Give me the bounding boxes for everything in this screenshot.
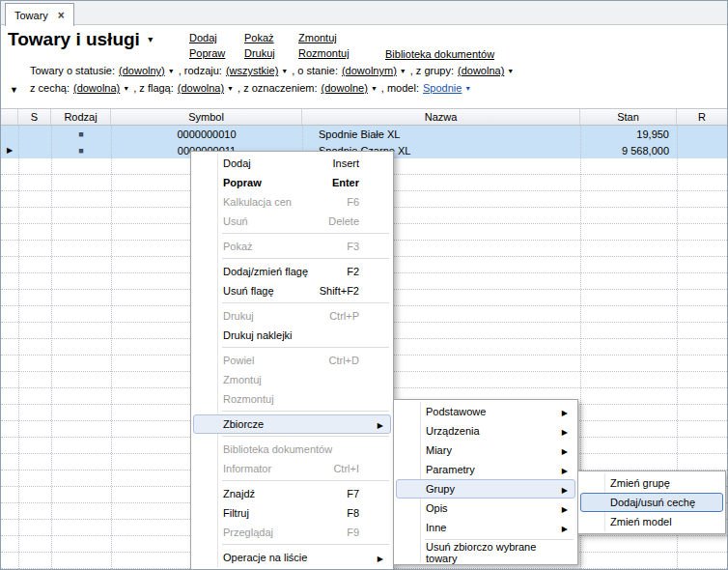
link-drukuj[interactable]: Drukuj: [244, 47, 275, 59]
tab-close-icon[interactable]: ×: [58, 11, 65, 20]
column-header-nazwa[interactable]: Nazwa: [302, 109, 580, 125]
submenu-arrow-icon: ▶: [562, 525, 568, 533]
filter-grupa-value[interactable]: (dowolna): [458, 65, 504, 76]
row-marker-cell: [1, 126, 18, 142]
filter-label-oznaczenie: , z oznaczeniem:: [238, 82, 318, 94]
menu-item-podstawowe[interactable]: Podstawowe▶: [396, 402, 575, 421]
cell-stan: 19,950: [580, 126, 677, 142]
menu-separator: [222, 436, 389, 437]
menu-item-rozmontuj: Rozmontuj: [193, 389, 391, 409]
filter-stan-value[interactable]: (dowolnym): [342, 65, 397, 76]
submenu-arrow-icon: ▶: [562, 486, 568, 495]
column-header-stan[interactable]: Stan: [580, 109, 677, 125]
menu-separator: [222, 411, 389, 412]
item-type-icon: ■: [78, 146, 83, 156]
menu-item-urzadzenia[interactable]: Urządzenia▶: [396, 421, 575, 441]
filter-rodzaj-value[interactable]: (wszystkie): [226, 65, 278, 76]
link-column-4: Biblioteka dokumentów: [385, 48, 494, 60]
filter-label-stan: , o stanie:: [292, 65, 338, 76]
menu-item-miary[interactable]: Miary▶: [396, 441, 575, 460]
item-type-icon: ■: [78, 129, 83, 139]
filter-label-grupa: , z grupy:: [410, 65, 454, 76]
menu-item-inne[interactable]: Inne▶: [396, 518, 575, 537]
link-pokaz[interactable]: Pokaż: [244, 32, 275, 43]
link-popraw[interactable]: Popraw: [189, 47, 225, 59]
context-menu: DodajInsert PoprawEnter Kalkulacja cenF6…: [190, 151, 394, 570]
link-column-3: Zmontuj Rozmontuj: [298, 32, 350, 59]
submenu-arrow-icon: ▶: [562, 505, 568, 514]
filter-flaga-value[interactable]: (dowolna): [178, 82, 224, 94]
link-zmontuj[interactable]: Zmontuj: [298, 32, 350, 43]
dropdown-arrow-icon[interactable]: ▼: [371, 85, 378, 92]
toolbar: Towary i usługi ▾ Dodaj Popraw Pokaż Dru…: [1, 26, 727, 61]
link-rozmontuj[interactable]: Rozmontuj: [298, 47, 350, 59]
dropdown-arrow-icon[interactable]: ▼: [281, 68, 288, 74]
menu-item-zbiorcze[interactable]: Zbiorcze▶: [193, 414, 391, 434]
dropdown-arrow-icon[interactable]: ▼: [227, 85, 234, 92]
filter-label-status: Towary o statusie:: [30, 65, 115, 76]
column-header-s[interactable]: S: [18, 109, 51, 125]
cell-r: [677, 126, 727, 142]
filter-label-rodzaj: , rodzaju:: [179, 65, 222, 76]
menu-item-zmien-model[interactable]: Zmień model: [580, 512, 723, 531]
tab-towary[interactable]: Towary ×: [5, 3, 74, 26]
submenu-arrow-icon: ▶: [378, 555, 383, 563]
menu-item-usun-zbiorczo[interactable]: Usuń zbiorczo wybrane towary: [396, 543, 575, 562]
menu-item-przegladaj: PrzeglądajF9: [193, 523, 391, 542]
dropdown-arrow-icon[interactable]: ▼: [168, 68, 175, 74]
menu-item-dodaj-usun-ceche[interactable]: Dodaj/usuń cechę: [580, 493, 723, 512]
column-line: [18, 126, 19, 569]
menu-item-zmien-grupe[interactable]: Zmień grupę: [580, 473, 723, 493]
menu-item-drukuj-naklejki[interactable]: Drukuj naklejki: [193, 326, 391, 345]
column-header-marker: [1, 109, 18, 125]
submenu-arrow-icon: ▶: [562, 428, 568, 437]
menu-separator: [222, 302, 389, 303]
filters-toggle-icon[interactable]: ▼: [10, 85, 18, 95]
menu-item-filtruj[interactable]: FiltrujF8: [193, 503, 391, 523]
menu-item-opis[interactable]: Opis▶: [396, 499, 575, 518]
column-header-r[interactable]: R: [677, 109, 727, 125]
tab-bar: Towary ×: [1, 1, 727, 25]
menu-item-dodaj-zmien-flage[interactable]: Dodaj/zmień flagęF2: [193, 262, 391, 281]
dropdown-arrow-icon[interactable]: ▼: [400, 68, 406, 74]
column-line: [111, 126, 112, 569]
menu-item-kalkulacja-cen: Kalkulacja cenF6: [193, 192, 391, 212]
column-line: [51, 126, 52, 569]
dropdown-arrow-icon[interactable]: ▼: [507, 68, 514, 74]
page-title-text: Towary i usługi: [8, 29, 140, 49]
filter-row-2: z cechą: (dowolna) ▼ , z flagą: (dowolna…: [30, 82, 475, 94]
filter-cecha-value[interactable]: (dowolna): [73, 82, 120, 94]
menu-item-zmontuj: Zmontuj: [193, 370, 391, 389]
table-header: S Rodzaj Symbol Nazwa Stan R: [1, 108, 727, 126]
filter-status-value[interactable]: (dowolny): [119, 65, 165, 76]
menu-item-znajdz[interactable]: ZnajdźF7: [193, 484, 391, 503]
link-dodaj[interactable]: Dodaj: [189, 32, 225, 43]
menu-item-usun-flage[interactable]: Usuń flagęShift+F2: [193, 281, 391, 300]
menu-item-popraw[interactable]: PoprawEnter: [193, 173, 391, 192]
page-title[interactable]: Towary i usługi ▾: [8, 29, 153, 50]
menu-item-biblioteka-dokumentow: Biblioteka dokumentów: [193, 440, 391, 459]
menu-separator: [222, 480, 389, 481]
filter-oznaczenie-value[interactable]: (dowolne): [322, 82, 368, 94]
cell-s: [18, 126, 51, 142]
dropdown-arrow-icon[interactable]: ▼: [464, 85, 471, 92]
tab-label: Towary: [14, 10, 48, 21]
menu-item-parametry[interactable]: Parametry▶: [396, 460, 575, 479]
dropdown-arrow-icon[interactable]: ▼: [123, 85, 129, 92]
cell-stan: 9 568,000: [580, 142, 677, 158]
menu-separator: [222, 544, 389, 545]
link-biblioteka-dokumentow[interactable]: Biblioteka dokumentów: [385, 48, 494, 60]
submenu-arrow-icon: ▶: [562, 447, 568, 456]
row-marker-cell: ▶: [1, 142, 18, 158]
towary-window: Towary × Towary i usługi ▾ Dodaj Popraw …: [0, 0, 728, 570]
table-row[interactable]: ■ 0000000010 Spodnie Białe XL 19,950: [1, 126, 727, 142]
column-header-rodzaj[interactable]: Rodzaj: [51, 109, 111, 125]
cell-nazwa: Spodnie Białe XL: [302, 126, 580, 142]
menu-item-informator: InformatorCtrl+I: [193, 459, 391, 478]
menu-item-grupy[interactable]: Grupy▶: [396, 479, 575, 499]
filter-model-value[interactable]: Spodnie: [423, 82, 462, 94]
menu-item-operacje-na-liscie[interactable]: Operacje na liście▶: [193, 548, 391, 567]
column-header-symbol[interactable]: Symbol: [111, 109, 302, 125]
menu-item-powiel: PowielCtrl+D: [193, 351, 391, 370]
menu-item-dodaj[interactable]: DodajInsert: [193, 154, 391, 173]
